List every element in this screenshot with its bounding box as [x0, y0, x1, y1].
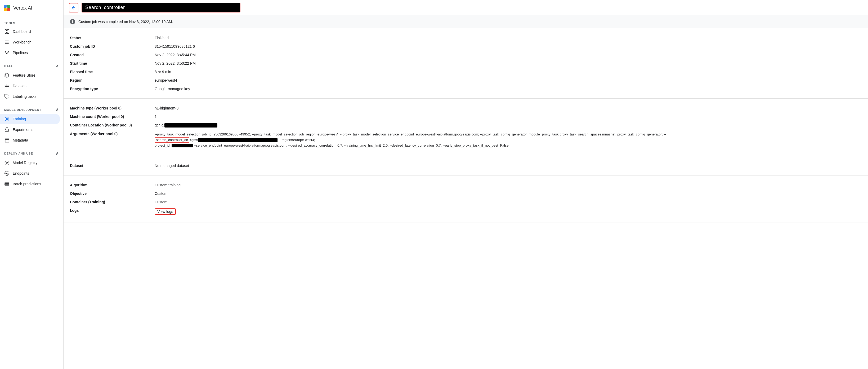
start-time-label: Start time	[70, 61, 155, 65]
machine-count-value: 1	[155, 115, 862, 119]
encryption-label: Encryption type	[70, 87, 155, 91]
data-section-label: DATA ∧	[0, 58, 63, 70]
svg-point-26	[6, 173, 7, 174]
region-row: Region europe-west4	[70, 76, 862, 85]
svg-rect-30	[5, 184, 9, 185]
args-project-redacted	[172, 144, 193, 147]
sidebar-item-labeling-tasks[interactable]: Labeling tasks	[0, 91, 60, 102]
dataset-label: Dataset	[70, 164, 155, 168]
worker-pool-section: Machine type (Worker pool 0) n1-highmem-…	[64, 98, 868, 156]
encryption-row: Encryption type Google-managed key	[70, 85, 862, 93]
data-section-chevron[interactable]: ∧	[56, 63, 59, 68]
deploy-section-chevron[interactable]: ∧	[56, 151, 59, 156]
container-loc-prefix: gcr.io/	[155, 123, 164, 127]
status-row: Status Finished	[70, 34, 862, 42]
endpoints-icon	[4, 171, 9, 176]
start-time-value: Nov 2, 2022, 3:50:22 PM	[155, 61, 862, 65]
basic-details-section: Status Finished Custom job ID 3154159110…	[64, 28, 868, 98]
svg-rect-3	[7, 8, 10, 11]
created-label: Created	[70, 53, 155, 57]
workbench-icon	[4, 39, 9, 45]
sidebar: Vertex AI TOOLS Dashboard Workbench Pip	[0, 0, 64, 369]
container-loc-redacted	[164, 123, 217, 127]
status-label: Status	[70, 36, 155, 40]
algorithm-label: Algorithm	[70, 183, 155, 187]
dataset-value: No managed dataset	[155, 164, 862, 168]
container-training-label: Container (Training)	[70, 200, 155, 204]
model-registry-icon	[4, 160, 9, 165]
svg-rect-6	[5, 32, 7, 34]
svg-rect-0	[4, 5, 7, 8]
status-value: Finished	[155, 36, 862, 40]
args-line3: project_id=	[155, 143, 172, 147]
sidebar-item-dashboard[interactable]: Dashboard	[0, 26, 60, 37]
metadata-icon	[4, 138, 9, 143]
sidebar-item-workbench[interactable]: Workbench	[0, 37, 60, 48]
args-label: Arguments (Worker pool 0)	[70, 132, 155, 136]
algorithm-value: Custom training	[155, 183, 862, 187]
datasets-icon	[4, 83, 9, 88]
svg-rect-5	[7, 30, 9, 31]
page-title: Search_controller_	[85, 5, 128, 10]
objective-value: Custom	[155, 191, 862, 196]
args-line2: ; --region=europe-west4;	[278, 138, 315, 142]
svg-point-27	[6, 172, 8, 175]
logs-row: Logs View logs	[70, 206, 862, 217]
job-id-row: Custom job ID 315415911099636121 6	[70, 42, 862, 51]
batch-predictions-icon	[4, 181, 9, 187]
svg-point-25	[6, 162, 8, 164]
content-area: i Custom job was completed on Nov 3, 202…	[64, 16, 868, 369]
experiments-icon	[4, 127, 9, 132]
svg-point-10	[6, 53, 7, 54]
svg-rect-2	[4, 8, 7, 11]
model-dev-section-chevron[interactable]: ∧	[56, 107, 59, 112]
created-row: Created Nov 2, 2022, 3:45:44 PM	[70, 51, 862, 59]
sidebar-item-feature-store[interactable]: Feature Store	[0, 70, 60, 81]
dashboard-icon	[4, 29, 9, 34]
logs-label: Logs	[70, 208, 155, 212]
region-label: Region	[70, 78, 155, 82]
algorithm-row: Algorithm Custom training	[70, 181, 862, 189]
region-value: europe-west4	[155, 78, 862, 82]
training-icon	[4, 116, 9, 122]
sidebar-item-training[interactable]: Training	[0, 114, 60, 124]
sidebar-item-model-registry[interactable]: Model Registry	[0, 158, 60, 168]
svg-rect-4	[5, 30, 7, 31]
dataset-row: Dataset No managed dataset	[70, 162, 862, 170]
args-row: Arguments (Worker pool 0) --proxy_task_m…	[70, 130, 862, 150]
sidebar-item-metadata[interactable]: Metadata	[0, 135, 60, 145]
svg-point-9	[8, 51, 8, 52]
svg-rect-1	[7, 5, 10, 8]
sidebar-item-pipelines[interactable]: Pipelines	[0, 48, 60, 58]
page-title-bar: Search_controller_	[82, 3, 241, 12]
job-id-value: 315415911099636121 6	[155, 44, 862, 49]
container-loc-value: gcr.io/	[155, 123, 862, 127]
vertex-ai-logo	[3, 4, 10, 12]
sidebar-item-experiments[interactable]: Experiments	[0, 124, 60, 135]
app-title: Vertex AI	[13, 5, 32, 11]
args-highlighted-text: search_controller_dir	[155, 137, 189, 143]
view-logs-link[interactable]: View logs	[155, 208, 176, 215]
machine-type-label: Machine type (Worker pool 0)	[70, 106, 155, 110]
machine-type-value: n1-highmem-8	[155, 106, 862, 110]
model-dev-section-label: MODEL DEVELOPMENT ∧	[0, 102, 63, 114]
objective-label: Objective	[70, 191, 155, 196]
machine-type-row: Machine type (Worker pool 0) n1-highmem-…	[70, 104, 862, 112]
sidebar-header: Vertex AI	[0, 0, 63, 16]
back-button[interactable]	[69, 3, 79, 12]
info-banner: i Custom job was completed on Nov 3, 202…	[64, 16, 868, 28]
svg-point-20	[6, 118, 8, 120]
args-redacted	[198, 138, 278, 142]
container-loc-row: Container Location (Worker pool 0) gcr.i…	[70, 121, 862, 130]
sidebar-item-datasets[interactable]: Datasets	[0, 81, 60, 91]
job-id-label: Custom job ID	[70, 44, 155, 49]
sidebar-item-batch-predictions[interactable]: Batch predictions	[0, 179, 60, 189]
banner-message: Custom job was completed on Nov 3, 2022,…	[79, 20, 173, 24]
args-main-text: --proxy_task_model_selection_job_id=2563…	[155, 132, 666, 136]
args-value: --proxy_task_model_selection_job_id=2563…	[155, 132, 862, 148]
svg-point-28	[5, 171, 9, 176]
sidebar-item-endpoints[interactable]: Endpoints	[0, 168, 60, 179]
pipelines-icon	[4, 50, 9, 55]
topbar: Search_controller_	[64, 0, 868, 16]
objective-row: Objective Custom	[70, 189, 862, 198]
